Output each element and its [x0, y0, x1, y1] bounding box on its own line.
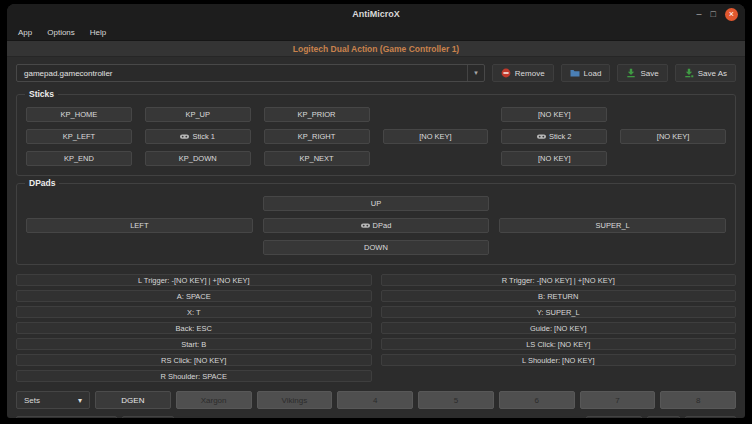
r-shoulder-button[interactable]: R Shoulder: SPACE [16, 370, 372, 382]
dpad-button[interactable]: DPad [263, 218, 490, 233]
app-window: AntiMicroX – □ × App Options Help Logite… [7, 4, 745, 418]
set-tab-1[interactable]: DGEN [95, 391, 171, 409]
save-button[interactable]: Save [617, 64, 667, 82]
stick2-right-button[interactable]: [NO KEY] [620, 129, 726, 144]
set-tab-6[interactable]: 6 [499, 391, 575, 409]
names-button[interactable]: Names [586, 416, 642, 418]
stick2-up-button[interactable]: [NO KEY] [501, 107, 607, 122]
empty-cell [620, 151, 726, 166]
dpad-down-button[interactable]: DOWN [263, 240, 490, 255]
y-button[interactable]: Y: SUPER_L [381, 306, 737, 318]
dpads-grid: UP LEFT DPad SUPER_L DOWN [26, 196, 726, 255]
load-icon [570, 68, 580, 78]
pref-button[interactable]: Pref [647, 416, 680, 418]
b-button[interactable]: B: RETURN [381, 290, 737, 302]
menu-help[interactable]: Help [83, 26, 113, 39]
set-tab-5[interactable]: 5 [418, 391, 494, 409]
l-trigger-button[interactable]: L Trigger: -[NO KEY] | +[NO KEY] [16, 274, 372, 286]
dpad-up-button[interactable]: UP [263, 196, 490, 211]
stick1-down-right-button[interactable]: KP_NEXT [264, 151, 370, 166]
joystick-icon [180, 133, 189, 140]
sets-dropdown[interactable]: Sets ▾ [16, 391, 90, 409]
joystick-icon [537, 133, 546, 140]
menu-app[interactable]: App [11, 26, 39, 39]
window-title: AntiMicroX [352, 9, 400, 19]
sets-dropdown-label: Sets [24, 396, 40, 405]
controller-mapping-button[interactable]: Controller Mapping [16, 416, 117, 418]
sticks-group-label: Sticks [25, 89, 58, 99]
load-button-label: Load [584, 69, 602, 78]
empty-cell [620, 107, 726, 122]
main-content: gamepad.gamecontroller ▾ Remove Load Sav… [7, 57, 745, 418]
maximize-icon[interactable]: □ [711, 10, 716, 19]
stick1-down-left-button[interactable]: KP_END [26, 151, 132, 166]
stick1-up-button[interactable]: KP_UP [145, 107, 251, 122]
empty-cell [383, 151, 489, 166]
dpads-group-label: DPads [25, 178, 59, 188]
chevron-down-icon: ▾ [467, 65, 484, 81]
empty-cell [499, 240, 726, 255]
remove-icon [501, 68, 511, 78]
guide-button[interactable]: Guide: [NO KEY] [381, 322, 737, 334]
ls-click-button[interactable]: LS Click: [NO KEY] [381, 338, 737, 350]
close-icon[interactable]: × [725, 8, 738, 21]
sets-row: Sets ▾ DGEN Xargon Vikings 4 5 6 7 8 [16, 391, 736, 409]
stick1-up-left-button[interactable]: KP_HOME [26, 107, 132, 122]
minimize-icon[interactable]: – [697, 10, 702, 19]
window-controls: – □ × [697, 4, 738, 24]
dpad-left-button[interactable]: LEFT [26, 218, 253, 233]
menubar: App Options Help [7, 24, 745, 41]
save-as-icon [684, 68, 694, 78]
button-mappings: L Trigger: -[NO KEY] | +[NO KEY] R Trigg… [16, 274, 736, 382]
dpads-group: DPads UP LEFT DPad SUPER_L DOWN [16, 183, 736, 265]
save-as-button[interactable]: Save As [675, 64, 736, 82]
remove-button[interactable]: Remove [492, 64, 554, 82]
controller-tab-label: Logitech Dual Action (Game Controller 1) [293, 44, 459, 54]
back-button[interactable]: Back: ESC [16, 322, 372, 334]
save-icon [626, 68, 636, 78]
save-button-label: Save [640, 69, 658, 78]
stick1-up-right-button[interactable]: KP_PRIOR [264, 107, 370, 122]
empty-cell [26, 240, 253, 255]
set-tab-7[interactable]: 7 [580, 391, 656, 409]
set-tab-8[interactable]: 8 [660, 391, 736, 409]
set-tab-4[interactable]: 4 [337, 391, 413, 409]
stick1-left-button[interactable]: KP_LEFT [26, 129, 132, 144]
stick1-down-button[interactable]: KP_DOWN [145, 151, 251, 166]
chevron-down-icon: ▾ [78, 396, 82, 405]
r-trigger-button[interactable]: R Trigger: -[NO KEY] | +[NO KEY] [381, 274, 737, 286]
a-button[interactable]: A: SPACE [16, 290, 372, 302]
profile-combobox-value: gamepad.gamecontroller [24, 69, 113, 78]
empty-cell [383, 107, 489, 122]
x-button[interactable]: X: T [16, 306, 372, 318]
dpad-right-button[interactable]: SUPER_L [499, 218, 726, 233]
set-tab-3[interactable]: Vikings [257, 391, 333, 409]
titlebar: AntiMicroX – □ × [7, 4, 745, 24]
reset-button[interactable]: ↻ Reset [685, 416, 736, 418]
profile-row: gamepad.gamecontroller ▾ Remove Load Sav… [16, 64, 736, 82]
stick2-left-button[interactable]: [NO KEY] [383, 129, 489, 144]
stick1-button[interactable]: Stick 1 [145, 129, 251, 144]
menu-options[interactable]: Options [40, 26, 82, 39]
sticks-group: Sticks KP_HOME KP_UP KP_PRIOR [NO KEY] K… [16, 94, 736, 176]
stick2-down-button[interactable]: [NO KEY] [501, 151, 607, 166]
empty-cell [381, 370, 737, 382]
profile-combobox[interactable]: gamepad.gamecontroller ▾ [16, 64, 485, 82]
set-tab-2[interactable]: Xargon [176, 391, 252, 409]
bottom-bar: Controller Mapping Quick Set Names Pref … [16, 416, 736, 418]
empty-cell [499, 196, 726, 211]
remove-button-label: Remove [515, 69, 545, 78]
l-shoulder-button[interactable]: L Shoulder: [NO KEY] [381, 354, 737, 366]
quick-set-button[interactable]: Quick Set [122, 416, 175, 418]
rs-click-button[interactable]: RS Click: [NO KEY] [16, 354, 372, 366]
load-button[interactable]: Load [561, 64, 611, 82]
dpad-label: DPad [373, 221, 392, 230]
start-button[interactable]: Start: B [16, 338, 372, 350]
stick1-right-button[interactable]: KP_RIGHT [264, 129, 370, 144]
stick2-label: Stick 2 [549, 132, 572, 141]
stick2-button[interactable]: Stick 2 [501, 129, 607, 144]
stick1-label: Stick 1 [192, 132, 215, 141]
joystick-icon [361, 222, 370, 229]
controller-tab[interactable]: Logitech Dual Action (Game Controller 1) [7, 41, 745, 57]
empty-cell [26, 196, 253, 211]
